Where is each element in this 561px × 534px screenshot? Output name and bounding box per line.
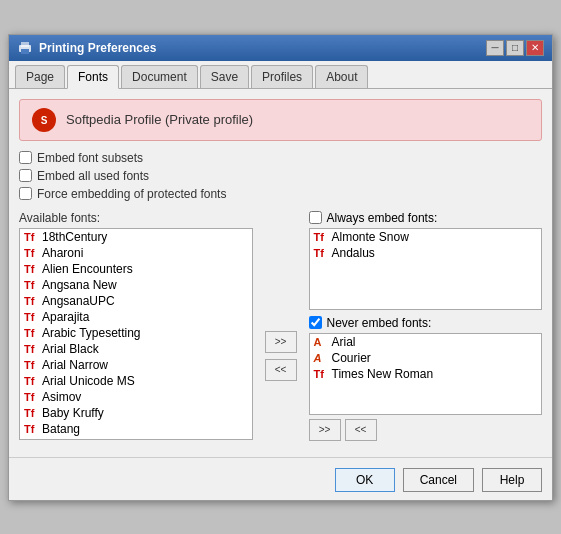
tab-fonts[interactable]: Fonts	[67, 65, 119, 89]
font-type-icon: Tf	[24, 327, 38, 339]
checkboxes-section: Embed font subsets Embed all used fonts …	[19, 151, 542, 201]
font-type-icon: Tf	[24, 359, 38, 371]
font-type-icon: Tf	[24, 375, 38, 387]
list-item[interactable]: TfAparajita	[20, 309, 252, 325]
ok-button[interactable]: OK	[335, 468, 395, 492]
printer-icon	[17, 40, 33, 56]
embed-subsets-label[interactable]: Embed font subsets	[37, 151, 143, 165]
font-type-icon: Tf	[24, 311, 38, 323]
list-item[interactable]: TfArial Narrow	[20, 357, 252, 373]
font-type-icon: Tf	[24, 407, 38, 419]
always-embed-label[interactable]: Always embed fonts:	[327, 211, 438, 225]
embed-all-label[interactable]: Embed all used fonts	[37, 169, 149, 183]
font-type-icon: Tf	[24, 263, 38, 275]
never-embed-container: A Arial A Courier Tf Tim	[309, 333, 543, 415]
tab-save[interactable]: Save	[200, 65, 249, 88]
never-embed-label[interactable]: Never embed fonts:	[327, 316, 432, 330]
force-protected-checkbox[interactable]	[19, 187, 32, 200]
add-never-button[interactable]: >>	[309, 419, 341, 441]
list-item[interactable]: TfAlien Encounters	[20, 261, 252, 277]
title-bar-controls: ─ □ ✕	[486, 40, 544, 56]
embed-subsets-checkbox[interactable]	[19, 151, 32, 164]
list-item[interactable]: TfAsimov	[20, 389, 252, 405]
font-type-icon: Tf	[314, 231, 328, 243]
font-type-icon-courier: A	[314, 352, 328, 364]
available-fonts-container: Tf18thCentury TfAharoni TfAlien Encounte…	[19, 228, 253, 440]
middle-buttons: >> <<	[261, 211, 301, 381]
softpedia-logo: S	[35, 111, 53, 129]
list-item[interactable]: TfAngsana New	[20, 277, 252, 293]
tab-content: S Softpedia Profile (Private profile) Em…	[9, 89, 552, 451]
tab-profiles[interactable]: Profiles	[251, 65, 313, 88]
printing-preferences-window: Printing Preferences ─ □ ✕ Page Fonts Do…	[8, 34, 553, 501]
available-fonts-panel: Available fonts: Tf18thCentury TfAharoni…	[19, 211, 253, 440]
list-item[interactable]: A Courier	[310, 350, 542, 366]
embed-all-checkbox[interactable]	[19, 169, 32, 182]
font-type-icon: Tf	[24, 231, 38, 243]
never-embed-checkbox[interactable]	[309, 316, 322, 329]
never-embed-list[interactable]: A Arial A Courier Tf Tim	[310, 334, 542, 414]
always-embed-checkbox[interactable]	[309, 211, 322, 224]
embed-fonts-panel: Always embed fonts: TfAlmonte Snow TfAnd…	[309, 211, 543, 441]
tab-page[interactable]: Page	[15, 65, 65, 88]
remove-always-button[interactable]: <<	[265, 359, 297, 381]
profile-icon: S	[32, 108, 56, 132]
always-embed-container: TfAlmonte Snow TfAndalus	[309, 228, 543, 310]
always-embed-panel: Always embed fonts: TfAlmonte Snow TfAnd…	[309, 211, 543, 310]
list-item[interactable]: Tf Times New Roman	[310, 366, 542, 382]
list-item[interactable]: TfAndalus	[310, 245, 542, 261]
list-item[interactable]: Tf18thCentury	[20, 229, 252, 245]
cancel-button[interactable]: Cancel	[403, 468, 474, 492]
never-embed-panel: Never embed fonts: A Arial	[309, 316, 543, 441]
minimize-button[interactable]: ─	[486, 40, 504, 56]
available-fonts-list[interactable]: Tf18thCentury TfAharoni TfAlien Encounte…	[20, 229, 252, 439]
force-protected-label[interactable]: Force embedding of protected fonts	[37, 187, 226, 201]
maximize-button[interactable]: □	[506, 40, 524, 56]
tab-document[interactable]: Document	[121, 65, 198, 88]
remove-never-button[interactable]: <<	[345, 419, 377, 441]
font-type-icon: Tf	[24, 279, 38, 291]
font-type-icon: Tf	[24, 423, 38, 435]
tab-about[interactable]: About	[315, 65, 368, 88]
font-type-icon: Tf	[24, 391, 38, 403]
bottom-buttons: OK Cancel Help	[9, 457, 552, 500]
force-protected-row: Force embedding of protected fonts	[19, 187, 542, 201]
always-embed-label-row: Always embed fonts:	[309, 211, 543, 225]
svg-rect-1	[21, 42, 29, 47]
font-type-icon: Tf	[24, 343, 38, 355]
embed-all-row: Embed all used fonts	[19, 169, 542, 183]
add-always-button[interactable]: >>	[265, 331, 297, 353]
help-button[interactable]: Help	[482, 468, 542, 492]
list-item[interactable]: TfArial Unicode MS	[20, 373, 252, 389]
list-item[interactable]: TfBaby Kruffy	[20, 405, 252, 421]
font-type-icon-arial: A	[314, 336, 328, 348]
list-item[interactable]: TfAlmonte Snow	[310, 229, 542, 245]
embed-subsets-row: Embed font subsets	[19, 151, 542, 165]
always-embed-list[interactable]: TfAlmonte Snow TfAndalus	[310, 229, 542, 309]
svg-rect-2	[21, 49, 29, 54]
window-title: Printing Preferences	[39, 41, 156, 55]
font-type-icon: Tf	[24, 295, 38, 307]
close-button[interactable]: ✕	[526, 40, 544, 56]
list-item[interactable]: TfAharoni	[20, 245, 252, 261]
list-item[interactable]: TfBatang	[20, 421, 252, 437]
list-item[interactable]: TfBatangChe	[20, 437, 252, 439]
list-item[interactable]: TfAngsanaUPC	[20, 293, 252, 309]
font-type-icon: Tf	[314, 368, 328, 380]
title-bar: Printing Preferences ─ □ ✕	[9, 35, 552, 61]
tab-bar: Page Fonts Document Save Profiles About	[9, 61, 552, 89]
profile-bar: S Softpedia Profile (Private profile)	[19, 99, 542, 141]
font-type-icon: Tf	[314, 247, 328, 259]
svg-text:S: S	[41, 115, 48, 126]
available-fonts-label: Available fonts:	[19, 211, 253, 225]
font-type-icon: Tf	[24, 247, 38, 259]
list-item[interactable]: TfArabic Typesetting	[20, 325, 252, 341]
list-item[interactable]: TfArial Black	[20, 341, 252, 357]
title-bar-left: Printing Preferences	[17, 40, 156, 56]
profile-name: Softpedia Profile (Private profile)	[66, 112, 253, 127]
list-item[interactable]: A Arial	[310, 334, 542, 350]
fonts-section: Available fonts: Tf18thCentury TfAharoni…	[19, 211, 542, 441]
never-embed-label-row: Never embed fonts:	[309, 316, 543, 330]
